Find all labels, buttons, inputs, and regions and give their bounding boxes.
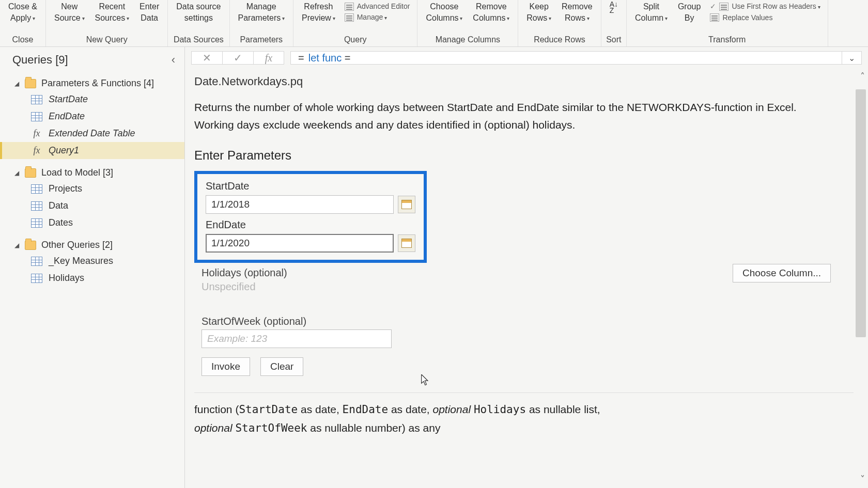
commit-formula-icon[interactable]: ✓ xyxy=(222,51,253,65)
ribbon-button[interactable]: Close &Apply xyxy=(3,0,42,34)
tree-item[interactable]: Data xyxy=(0,197,184,214)
function-signature: function (StartDate as date, EndDate as … xyxy=(194,400,854,437)
scrollbar-thumb[interactable] xyxy=(856,89,866,337)
ribbon-button[interactable]: Data sourcesettings xyxy=(171,0,226,34)
tree-item-label: StartDate xyxy=(49,94,88,105)
tree-item[interactable]: Projects xyxy=(0,180,184,197)
ribbon-button[interactable]: KeepRows xyxy=(521,0,556,34)
tree-item-label: _Key Measures xyxy=(49,256,113,266)
ribbon-button[interactable]: GroupBy xyxy=(673,0,706,34)
formula-kw-func: func xyxy=(322,52,342,64)
tree-item[interactable]: _Key Measures xyxy=(0,253,184,270)
ribbon-group-label: Parameters xyxy=(233,34,290,46)
tree-group[interactable]: ◢Other Queries [2] xyxy=(0,238,184,253)
ribbon-group-label: Close xyxy=(3,34,42,46)
folder-icon xyxy=(25,79,36,88)
collapse-pane-icon[interactable]: ‹ xyxy=(172,53,175,67)
calendar-icon xyxy=(401,239,412,248)
cancel-formula-icon[interactable]: ✕ xyxy=(191,51,222,65)
tree-item-label: Data xyxy=(49,200,68,211)
tree-item[interactable]: fxQuery1 xyxy=(0,142,184,159)
queries-title: Queries [9] xyxy=(12,53,68,67)
holidays-value: Unspecified xyxy=(202,281,854,299)
tree-item[interactable]: EndDate xyxy=(0,108,184,125)
formula-bar: ✕ ✓ fx = let func = ⌄ xyxy=(185,47,868,68)
ribbon-button[interactable]: ChooseColumns xyxy=(421,0,468,34)
mouse-cursor-icon xyxy=(421,374,430,388)
enddate-label: EndDate xyxy=(206,218,415,234)
ribbon-button[interactable]: RecentSources xyxy=(90,0,134,34)
tree-item-label: Dates xyxy=(49,217,73,228)
enter-parameters-heading: Enter Parameters xyxy=(194,146,854,171)
sig-t3: as nullable list, xyxy=(526,403,600,415)
formula-input[interactable]: = let func = xyxy=(290,51,842,65)
startdate-datepicker-button[interactable] xyxy=(398,196,415,213)
queries-tree: ◢Parameters & Functions [4]StartDateEndD… xyxy=(0,72,184,290)
queries-header: Queries [9] ‹ xyxy=(0,47,184,72)
ribbon-group: NewSourceRecentSourcesEnterDataNew Query xyxy=(46,0,168,46)
function-description: Returns the number of whole working days… xyxy=(194,98,854,146)
tree-item-label: Extended Date Table xyxy=(49,128,135,139)
startdate-input[interactable] xyxy=(206,195,394,214)
ribbon-group: RefreshPreviewAdvanced EditorManageQuery xyxy=(293,0,417,46)
function-icon: fx xyxy=(31,145,42,156)
ribbon-button[interactable]: ManageParameters xyxy=(233,0,290,34)
ribbon-stack-item[interactable]: Advanced Editor xyxy=(345,1,410,12)
editor-area: ✕ ✓ fx = let func = ⌄ ˄ ˅ Date.Networkda… xyxy=(185,47,868,488)
tree-group-label: Load to Model [3] xyxy=(41,167,113,178)
folder-icon xyxy=(25,241,36,250)
ribbon-group: A↓ZSort xyxy=(601,0,627,46)
tree-item[interactable]: Dates xyxy=(0,214,184,231)
startdate-label: StartDate xyxy=(206,179,415,195)
table-icon xyxy=(31,257,42,266)
sort-buttons[interactable]: A↓Z xyxy=(605,0,623,34)
table-icon xyxy=(710,13,719,22)
calendar-icon xyxy=(401,200,412,209)
ribbon-stack-item[interactable]: Manage xyxy=(345,12,410,23)
startofweek-label: StartOfWeek (optional) xyxy=(202,314,854,329)
ribbon-button[interactable]: RemoveColumns xyxy=(468,0,515,34)
tree-item-label: Projects xyxy=(49,183,82,194)
sig-p3: Holidays xyxy=(474,403,526,416)
scroll-down-icon[interactable]: ˅ xyxy=(860,474,865,485)
ribbon-button[interactable]: EnterData xyxy=(134,0,164,34)
ribbon-group-label: Reduce Rows xyxy=(521,34,597,46)
clear-button[interactable]: Clear xyxy=(260,357,303,376)
sig-t4: as nullable number) as any xyxy=(307,422,440,434)
sig-p2: EndDate xyxy=(343,403,389,416)
table-icon xyxy=(31,274,42,283)
table-icon xyxy=(345,3,354,11)
ribbon: Close &ApplyCloseNewSourceRecentSourcesE… xyxy=(0,0,868,47)
ribbon-group-label: Manage Columns xyxy=(421,34,515,46)
ribbon-stack-item[interactable]: Replace Values xyxy=(710,12,820,23)
tree-item[interactable]: fxExtended Date Table xyxy=(0,125,184,142)
enddate-datepicker-button[interactable] xyxy=(398,234,415,252)
ribbon-group: Close &ApplyClose xyxy=(0,0,46,46)
tree-group[interactable]: ◢Parameters & Functions [4] xyxy=(0,76,184,91)
sig-p4: StartOfWeek xyxy=(235,422,307,434)
ribbon-button[interactable]: NewSource xyxy=(49,0,89,34)
sig-func: function xyxy=(194,403,233,415)
invoke-button[interactable]: Invoke xyxy=(202,357,250,376)
expand-formula-icon[interactable]: ⌄ xyxy=(842,51,862,65)
tree-item[interactable]: Holidays xyxy=(0,270,184,287)
ribbon-button[interactable]: RemoveRows xyxy=(556,0,598,34)
ribbon-group-label: Query xyxy=(297,34,414,46)
tree-item[interactable]: StartDate xyxy=(0,91,184,108)
tree-group[interactable]: ◢Load to Model [3] xyxy=(0,165,184,180)
ribbon-button[interactable]: RefreshPreview xyxy=(297,0,340,34)
table-icon xyxy=(31,112,42,121)
choose-column-button[interactable]: Choose Column... xyxy=(733,264,831,282)
sig-opt2: optional xyxy=(194,422,235,434)
scroll-up-icon[interactable]: ˄ xyxy=(860,71,865,82)
startofweek-input[interactable] xyxy=(202,329,392,348)
ribbon-stack-item[interactable]: Use First Row as Headers xyxy=(710,1,820,12)
enddate-input[interactable] xyxy=(206,234,394,253)
function-title: Date.Networkdays.pq xyxy=(194,72,854,98)
ribbon-group: KeepRowsRemoveRowsReduce Rows xyxy=(518,0,601,46)
ribbon-group-label: Sort xyxy=(605,34,623,46)
queries-pane: Queries [9] ‹ ◢Parameters & Functions [4… xyxy=(0,47,185,488)
fx-icon[interactable]: fx xyxy=(253,51,284,65)
tree-item-label: Query1 xyxy=(49,145,79,156)
ribbon-button[interactable]: SplitColumn xyxy=(630,0,673,34)
